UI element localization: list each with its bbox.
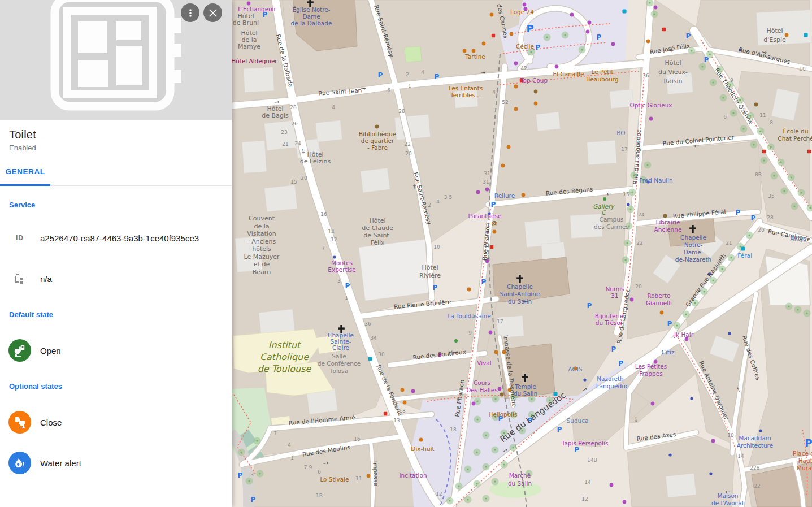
tab-general[interactable]: GENERAL: [0, 158, 50, 185]
water-alert-icon: !: [8, 452, 31, 474]
svg-text:→: →: [632, 417, 640, 422]
svg-text:P: P: [704, 56, 709, 64]
panel-menu-button[interactable]: [181, 3, 199, 22]
hierarchy-icon: [8, 267, 31, 290]
svg-text:12: 12: [436, 491, 442, 497]
state-water-alert-row[interactable]: ! Water alert: [8, 452, 223, 474]
svg-text:4: 4: [288, 442, 291, 448]
svg-text:Tapis Persépolis: Tapis Persépolis: [561, 440, 609, 447]
svg-text:24: 24: [638, 212, 645, 218]
page-title: Toilet: [9, 128, 223, 141]
svg-text:28: 28: [290, 105, 297, 110]
svg-text:P: P: [619, 359, 624, 367]
panel-close-button[interactable]: [203, 3, 222, 22]
svg-text:P: P: [378, 71, 383, 79]
svg-text:31: 31: [484, 171, 490, 176]
svg-text:14: 14: [328, 229, 335, 235]
svg-text:22: 22: [636, 240, 642, 246]
svg-text:11: 11: [468, 313, 475, 319]
section-default-state-label: Default state: [9, 310, 223, 319]
svg-text:!: !: [22, 461, 24, 467]
svg-text:34: 34: [370, 335, 377, 341]
open-state-label: Open: [40, 346, 61, 356]
svg-text:11: 11: [355, 476, 362, 482]
svg-text:RobertoGiannelli: RobertoGiannelli: [646, 292, 672, 306]
svg-text:22: 22: [404, 141, 410, 147]
title-block: Toilet Enabled: [0, 120, 232, 158]
svg-text:LibrairieAncienne: LibrairieAncienne: [654, 219, 682, 233]
state-close-row[interactable]: Close: [8, 411, 223, 434]
svg-text:1: 1: [345, 295, 348, 301]
svg-text:10: 10: [727, 432, 734, 438]
service-id-row: ID a2526470-ea87-4463-9a3b-1ce40f935ce3: [8, 227, 223, 249]
svg-text:P: P: [575, 446, 580, 454]
svg-text:@: @: [492, 219, 498, 227]
svg-text:30: 30: [378, 352, 385, 357]
svg-text:Bijouteriedu Trésor: Bijouteriedu Trésor: [595, 313, 623, 326]
svg-text:42: 42: [520, 66, 527, 71]
map-canvas[interactable]: PPPPPPPPPPPPPPPPPPPPPPPPP@→→→→→→→→→→→→→→…: [232, 0, 812, 507]
app-root: Toilet Enabled GENERAL Service ID a25264…: [0, 0, 812, 507]
plus-icon: [8, 501, 31, 507]
svg-text:15: 15: [623, 192, 629, 197]
state-open-row[interactable]: Open: [8, 339, 223, 362]
svg-text:17: 17: [497, 319, 503, 324]
add-item-row[interactable]: Add item: [8, 501, 223, 507]
svg-text:12: 12: [331, 237, 337, 242]
svg-text:P: P: [345, 282, 350, 290]
svg-text:P: P: [238, 471, 243, 479]
svg-text:9: 9: [468, 330, 472, 336]
svg-text:Reliure: Reliure: [494, 192, 515, 199]
svg-text:20: 20: [301, 175, 307, 181]
svg-text:4: 4: [436, 199, 440, 205]
svg-text:18: 18: [399, 408, 406, 414]
svg-text:12: 12: [581, 496, 588, 502]
detail-panel: Toilet Enabled GENERAL Service ID a25264…: [0, 0, 232, 507]
svg-text:P: P: [557, 426, 562, 434]
svg-text:Heliopolis: Heliopolis: [488, 411, 517, 418]
svg-text:6: 6: [318, 469, 321, 475]
svg-text:Citiz: Citiz: [662, 349, 675, 356]
svg-text:4: 4: [332, 105, 335, 110]
water-drop-icon: !: [14, 457, 26, 469]
svg-text:P: P: [805, 437, 812, 449]
tab-active-indicator: [0, 184, 50, 186]
service-hierarchy-value: n/a: [40, 274, 52, 284]
device-hero-image: [0, 0, 232, 120]
service-id-value: a2526470-ea87-4463-9a3b-1ce40f935ce3: [40, 233, 199, 243]
svg-text:P: P: [667, 320, 672, 328]
svg-text:2: 2: [428, 202, 431, 208]
svg-text:47: 47: [492, 89, 498, 95]
svg-text:1: 1: [408, 83, 411, 89]
svg-text:13: 13: [393, 418, 400, 423]
svg-text:P: P: [491, 201, 496, 209]
svg-text:P: P: [751, 214, 756, 222]
svg-text:16: 16: [320, 211, 327, 217]
svg-text:26: 26: [291, 121, 298, 127]
close-state-icon: [8, 411, 31, 434]
svg-text:35: 35: [768, 193, 774, 199]
svg-text:P: P: [686, 32, 691, 40]
svg-text:17: 17: [621, 146, 627, 152]
svg-text:20: 20: [635, 284, 642, 289]
svg-text:21: 21: [282, 141, 288, 147]
svg-text:20: 20: [405, 151, 412, 157]
svg-text:24: 24: [294, 141, 301, 146]
svg-text:L'Échangeoir: L'Échangeoir: [238, 6, 276, 12]
svg-text:→: →: [323, 459, 329, 467]
svg-text:Les EnfantsTerribles...: Les EnfantsTerribles...: [449, 85, 483, 98]
svg-text:36: 36: [642, 73, 649, 79]
svg-text:P: P: [433, 284, 438, 292]
svg-text:P: P: [481, 278, 487, 286]
svg-text:Cécile: Cécile: [516, 43, 534, 50]
svg-text:P: P: [611, 345, 616, 353]
svg-text:Aktys: Aktys: [790, 235, 806, 242]
svg-text:P: P: [587, 302, 592, 310]
svg-text:6: 6: [387, 88, 390, 93]
svg-text:8B: 8B: [755, 172, 762, 177]
close-state-label: Close: [40, 418, 62, 427]
svg-text:Loge 24: Loge 24: [510, 8, 534, 15]
open-state-icon: [8, 339, 31, 362]
svg-text:3: 3: [250, 472, 254, 478]
svg-text:Les PetitesFrappes: Les PetitesFrappes: [635, 363, 667, 377]
